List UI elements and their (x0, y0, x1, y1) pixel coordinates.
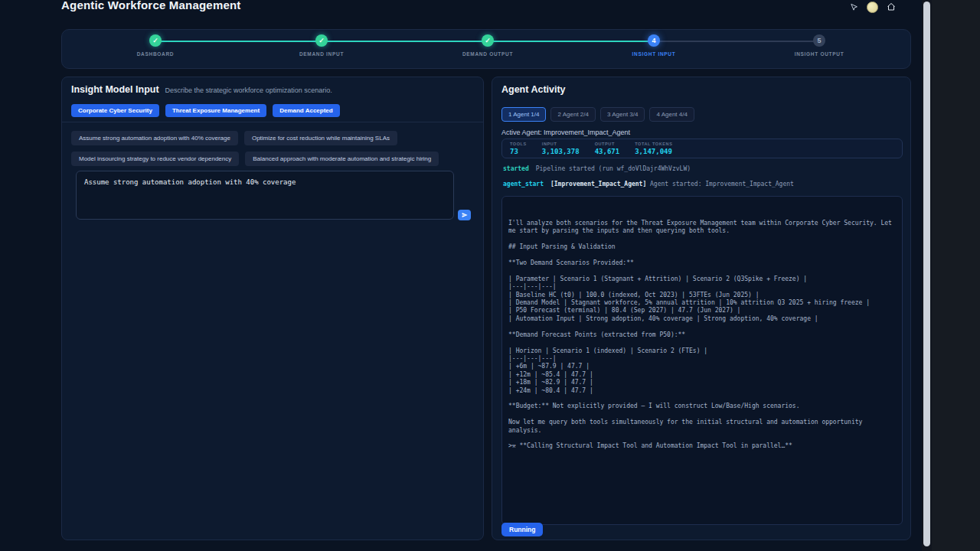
stepper-progress-line (155, 41, 654, 42)
event-message: Pipeline started (run wf_doVlDajr4WhVzvL… (536, 165, 691, 172)
send-button[interactable] (458, 210, 471, 220)
stat-input: INPUT 3,103,378 (542, 142, 580, 155)
stat-value: 3,103,378 (542, 148, 580, 155)
stepper-step-demand-output[interactable]: ✓ DEMAND OUTPUT (442, 34, 534, 57)
page-title: Agentic Workforce Management (61, 0, 241, 13)
agent-tabs: 1 Agent 1/4 2 Agent 2/4 3 Agent 3/4 4 Ag… (501, 107, 694, 122)
stat-total-tokens: TOTAL TOKENS 3,147,049 (635, 142, 672, 155)
stat-output: OUTPUT 43,671 (595, 142, 620, 155)
suggestion-chip[interactable]: Optimize for cost reduction while mainta… (244, 131, 397, 145)
context-pill-team[interactable]: Threat Exposure Management (165, 104, 266, 117)
stepper-step-insight-output[interactable]: 5 INSIGHT OUTPUT (773, 34, 865, 57)
scenario-input[interactable]: Assume strong automation adoption with 4… (76, 171, 454, 220)
event-message: Agent started: Improvement_Impact_Agent (650, 181, 794, 187)
desktop-margin (932, 0, 980, 551)
step-check-icon: ✓ (482, 34, 494, 47)
tab-agent-4[interactable]: 4 Agent 4/4 (649, 107, 694, 122)
step-label: DASHBOARD (123, 51, 188, 57)
event-list: started Pipeline started (run wf_doVlDaj… (503, 165, 901, 196)
panel-title: Insight Model Input (71, 84, 159, 95)
panel-subtitle: Describe the strategic workforce optimiz… (165, 86, 332, 94)
stat-label: TOOLS (510, 142, 527, 146)
pointer-icon[interactable] (850, 3, 858, 11)
step-number: 4 (648, 34, 660, 47)
step-check-icon: ✓ (149, 34, 162, 47)
stat-label: TOTAL TOKENS (635, 142, 672, 146)
step-number: 5 (813, 34, 825, 47)
event-row: started Pipeline started (run wf_doVlDaj… (503, 165, 901, 172)
stepper-step-dashboard[interactable]: ✓ DASHBOARD (109, 34, 201, 57)
header-actions (850, 0, 896, 14)
step-label: DEMAND INPUT (289, 51, 354, 57)
event-type: agent_start (503, 181, 544, 187)
step-label: DEMAND OUTPUT (456, 51, 520, 57)
avatar[interactable] (867, 2, 878, 13)
step-check-icon: ✓ (315, 34, 328, 47)
agent-activity-panel: Agent Activity 1 Agent 1/4 2 Agent 2/4 3… (492, 77, 911, 540)
token-stats: TOOLS 73 INPUT 3,103,378 OUTPUT 43,671 T… (501, 139, 903, 158)
insight-model-input-panel: Insight Model Input Describe the strateg… (61, 77, 484, 540)
agent-log[interactable]: I'll analyze both scenarios for the Thre… (501, 196, 903, 525)
event-agent-name: [Improvement_Impact_Agent] (550, 181, 646, 187)
event-type: started (503, 165, 529, 172)
suggestion-chip[interactable]: Balanced approach with moderate automati… (245, 152, 439, 166)
context-pill-demand-status[interactable]: Demand Accepted (273, 104, 340, 117)
status-badge-running: Running (501, 523, 543, 536)
divider (62, 122, 483, 122)
stat-label: INPUT (542, 142, 580, 146)
panel-title: Agent Activity (501, 84, 566, 95)
event-row: agent_start [Improvement_Impact_Agent] A… (503, 181, 901, 187)
agent-log-text: I'll analyze both scenarios for the Thre… (508, 220, 895, 451)
stepper-step-insight-input[interactable]: 4 INSIGHT INPUT (608, 34, 700, 57)
step-label: INSIGHT INPUT (622, 51, 686, 57)
stat-value: 73 (510, 148, 527, 155)
context-pill-organization[interactable]: Corporate Cyber Security (71, 104, 159, 117)
home-icon[interactable] (887, 2, 896, 11)
panel-header: Insight Model Input Describe the strateg… (71, 84, 474, 95)
stat-tools: TOOLS 73 (510, 142, 527, 155)
suggestion-chip[interactable]: Model insourcing strategy to reduce vend… (71, 152, 239, 166)
stat-value: 3,147,049 (635, 148, 672, 155)
context-pills: Corporate Cyber Security Threat Exposure… (71, 104, 340, 117)
scrollbar-thumb[interactable] (923, 2, 930, 546)
active-agent-label: Active Agent: Improvement_Impact_Agent (501, 129, 630, 136)
tab-agent-2[interactable]: 2 Agent 2/4 (550, 107, 595, 122)
suggestion-chips: Assume strong automation adoption with 4… (71, 131, 474, 166)
step-label: INSIGHT OUTPUT (787, 51, 851, 57)
workflow-stepper: ✓ DASHBOARD ✓ DEMAND INPUT ✓ DEMAND OUTP… (61, 29, 911, 69)
tab-agent-3[interactable]: 3 Agent 3/4 (600, 107, 645, 122)
scrollbar[interactable] (922, 0, 932, 551)
suggestion-chip[interactable]: Assume strong automation adoption with 4… (71, 131, 238, 145)
stepper-step-demand-input[interactable]: ✓ DEMAND INPUT (276, 34, 368, 57)
tab-agent-1[interactable]: 1 Agent 1/4 (501, 107, 546, 122)
stat-value: 43,671 (595, 148, 620, 155)
stat-label: OUTPUT (595, 142, 620, 146)
